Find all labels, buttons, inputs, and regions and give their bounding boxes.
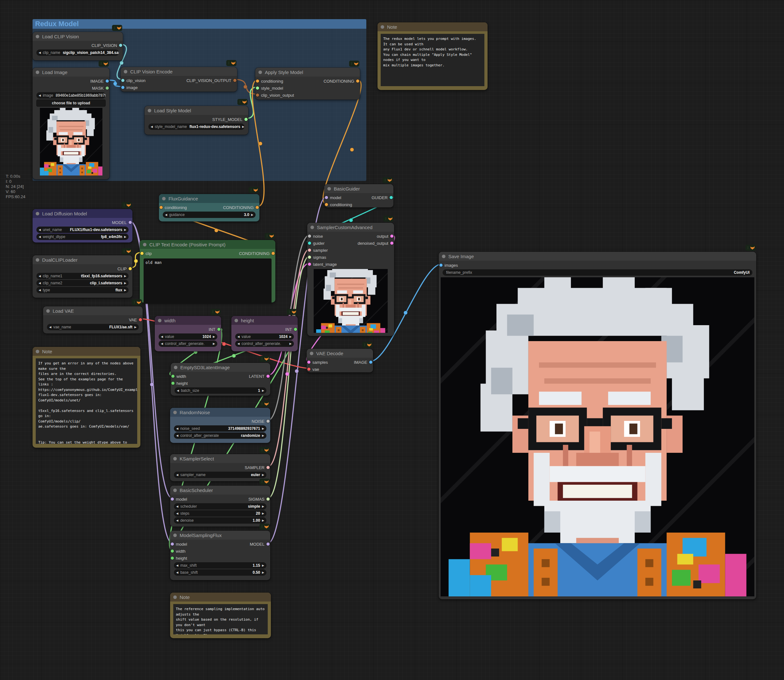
node-load-clip-vision[interactable]: ⋮ Load CLIP Vision CLIP_VISION ◀clip_nam… [33,32,123,60]
node-load-diffusion-model[interactable]: ⋮ Load Diffusion Model MODEL ◀unet_nameF… [33,209,132,242]
arrow-left-icon[interactable]: ◀ [176,571,178,574]
node-header[interactable]: Load Diffusion Model [33,209,132,218]
collapse-dot-icon[interactable] [173,595,177,599]
arrow-right-icon[interactable]: ▶ [213,335,215,338]
prompt-textarea[interactable]: old man [143,258,272,304]
node-badge[interactable]: ⋮ [210,309,220,315]
widget-max-shift[interactable]: ◀max_shift1.15▶ [174,562,266,569]
output-port-sampler[interactable] [266,466,270,469]
arrow-left-icon[interactable]: ◀ [39,282,41,285]
collapse-dot-icon[interactable] [327,187,331,190]
output-port-denoised-output[interactable] [390,242,394,245]
output-port-int[interactable] [217,328,220,331]
collapse-dot-icon[interactable] [36,258,39,262]
node-basicguider[interactable]: ⋮ BasicGuider modelGUIDER conditioning [324,184,394,208]
node-header[interactable]: Load Image [33,68,109,77]
node-load-image[interactable]: ⋮ Load Image IMAGE MASK ◀image89460e1abe… [33,68,109,179]
widget-vae-name[interactable]: ◀vae_nameFLUX1/ae.sft▶ [47,324,139,330]
node-header[interactable]: Save Image [439,252,756,261]
output-port-mask[interactable] [105,87,109,90]
input-port-image[interactable] [121,86,124,89]
arrow-left-icon[interactable]: ◀ [39,274,41,278]
widget-value[interactable]: ◀value1024▶ [235,334,294,340]
node-header[interactable]: height [231,316,298,325]
collapse-dot-icon[interactable] [442,255,446,258]
collapse-dot-icon[interactable] [36,35,39,38]
output-port-style-model[interactable] [244,118,248,121]
arrow-right-icon[interactable]: ▶ [124,282,126,285]
arrow-right-icon[interactable]: ▶ [262,427,264,430]
node-load-style-model[interactable]: ⋮ Load Style Model STYLE_MODEL ◀style_mo… [145,106,248,135]
arrow-right-icon[interactable]: ▶ [290,342,292,345]
collapse-dot-icon[interactable] [174,366,178,369]
input-port-clip-vision[interactable] [121,79,124,82]
widget-clip-name1[interactable]: ◀clip_name1t5xxl_fp16.safetensors▶ [36,273,129,279]
arrow-right-icon[interactable]: ▶ [262,519,264,522]
node-badge[interactable]: ⋮ [112,25,122,31]
node-header[interactable]: KSamplerSelect [170,454,270,463]
input-port-model[interactable] [325,196,328,199]
collapse-dot-icon[interactable] [124,70,128,73]
arrow-right-icon[interactable]: ▶ [290,335,292,338]
collapse-dot-icon[interactable] [310,352,313,355]
arrow-left-icon[interactable]: ◀ [161,342,163,345]
arrow-right-icon[interactable]: ▶ [242,125,244,128]
node-badge[interactable]: ⋮ [238,99,248,105]
node-header[interactable]: EmptySD3LatentImage [171,363,270,372]
widget-type[interactable]: ◀typeflux▶ [36,287,129,293]
collapse-dot-icon[interactable] [36,350,39,353]
node-badge[interactable]: ⋮ [121,248,132,254]
arrow-left-icon[interactable]: ◀ [176,519,178,522]
arrow-right-icon[interactable]: ▶ [262,389,264,392]
node-badge[interactable]: ⋮ [362,342,372,348]
arrow-right-icon[interactable]: ▶ [262,473,264,476]
collapse-dot-icon[interactable] [235,319,238,322]
output-port-conditioning[interactable] [356,79,359,83]
collapse-dot-icon[interactable] [36,71,39,74]
input-port-model[interactable] [171,543,174,546]
output-port-output[interactable] [390,235,394,238]
input-port-samples[interactable] [307,360,310,364]
arrow-left-icon[interactable]: ◀ [39,51,41,54]
input-port-clip[interactable] [140,252,143,255]
input-port-latent-image[interactable] [308,263,311,266]
output-port-clip-vision-output[interactable] [233,79,236,82]
arrow-right-icon[interactable]: ▶ [124,274,126,278]
arrow-right-icon[interactable]: ▶ [262,505,264,508]
node-header[interactable]: VAE Decode [307,349,373,358]
node-header[interactable]: SamplerCustomAdvanced [307,223,394,232]
node-badge[interactable]: ⋮ [249,187,259,193]
node-randomnoise[interactable]: ⋮ RandomNoise NOISE ◀noise_seed371498892… [170,408,270,443]
node-header[interactable]: Apply Style Model [255,68,360,77]
node-fluxguidance[interactable]: ⋮ FluxGuidance conditioningCONDITIONING … [159,194,260,222]
arrow-right-icon[interactable]: ▶ [262,434,264,437]
collapse-dot-icon[interactable] [258,71,262,74]
widget-batch-size[interactable]: ◀batch_size1▶ [175,387,266,394]
output-port-conditioning[interactable] [272,252,275,255]
collapse-dot-icon[interactable] [46,309,50,313]
input-port-vae[interactable] [307,368,310,371]
node-badge[interactable]: ⋮ [260,524,270,530]
node-width[interactable]: ⋮ width INT ◀value1024▶ ◀control_after_g… [155,316,221,351]
node-header[interactable]: Load CLIP Vision [33,32,123,41]
widget-noise-seed[interactable]: ◀noise_seed371498892937671▶ [174,425,266,432]
node-clip-text-encode[interactable]: ⋮ CLIP Text Encode (Positive Prompt) cli… [140,240,276,302]
collapse-dot-icon[interactable] [310,226,314,229]
arrow-right-icon[interactable]: ▶ [262,564,264,567]
node-vae-decode[interactable]: ⋮ VAE Decode samplesIMAGE vae [307,349,373,372]
arrow-left-icon[interactable]: ◀ [39,235,41,238]
widget-control-after-generate[interactable]: ◀control_after_generaterandomize▶ [174,432,266,439]
node-header[interactable]: CLIP Vision Encode [121,67,237,76]
node-header[interactable]: Note [33,347,140,356]
arrow-right-icon[interactable]: ▶ [251,213,253,216]
node-load-vae[interactable]: ⋮ Load VAE VAE ◀vae_nameFLUX1/ae.sft▶ [43,306,143,334]
widget-scheduler[interactable]: ◀schedulersimple▶ [174,503,266,510]
widget-weight-dtype[interactable]: ◀weight_dtypefp8_e4m3fn▶ [36,234,129,240]
output-port-image[interactable] [369,360,372,364]
node-header[interactable]: ModelSamplingFlux [170,530,270,540]
arrow-left-icon[interactable]: ◀ [176,434,178,437]
node-clip-vision-encode[interactable]: ⋮ CLIP Vision Encode clip_visionCLIP_VIS… [121,67,237,91]
output-port-image[interactable] [105,79,109,83]
node-badge[interactable]: ⋮ [99,61,109,67]
arrow-left-icon[interactable]: ◀ [238,342,239,345]
